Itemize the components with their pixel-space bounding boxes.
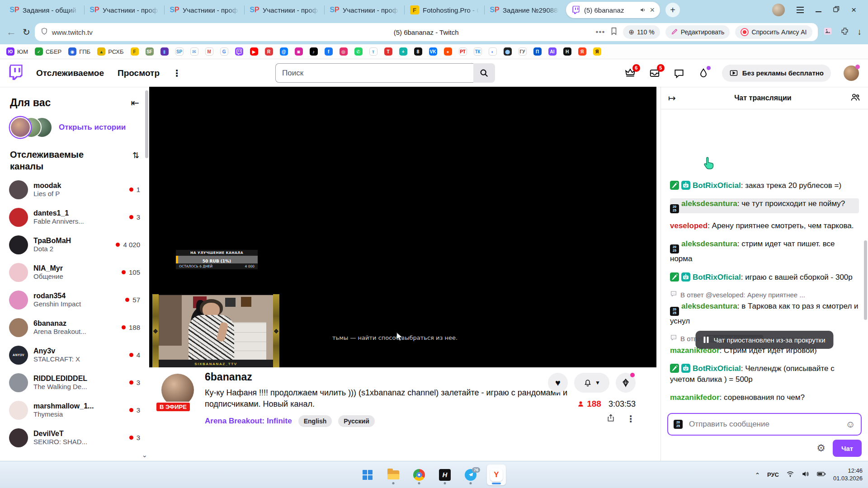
bookmark-item[interactable]: M [205,47,213,56]
bookmark-item[interactable]: VK [429,47,437,56]
bookmark-item[interactable]: f [325,47,333,56]
address-bar[interactable]: www.twitch.tv (5) 6bananaz - Twitch ••• … [35,23,818,41]
browser-tab-active[interactable]: (5) 6bananaz× [566,2,660,18]
ad-free-button[interactable]: Без рекламы бесплатно [722,65,831,82]
bookmark-item[interactable]: ⬤ [504,47,512,56]
search-button[interactable] [473,63,495,83]
whispers-icon[interactable] [673,67,685,79]
browser-tab[interactable]: SPУчастники - проф [325,0,404,20]
bookmark-item[interactable]: РТ [459,47,467,56]
category-link[interactable]: Arena Breakout: Infinite [205,417,292,426]
chat-scrollbar[interactable] [864,240,867,320]
bookmark-item[interactable] [235,47,243,56]
more-options-icon[interactable]: ••• [596,28,605,37]
twitch-logo[interactable] [9,65,23,82]
sidebar-scroll-down-icon[interactable]: ⌄ [142,451,147,459]
sidebar-channel-row[interactable]: 6bananazArena Breakout...188 [0,314,149,341]
tab-audio-icon[interactable] [640,7,646,13]
bookmark-item[interactable]: SP [175,47,184,56]
bookmark-item[interactable]: ◎ [340,47,348,56]
bookmark-item[interactable]: + [399,47,407,56]
emote-smiley-icon[interactable]: ☺ [846,419,855,430]
window-maximize-button[interactable] [833,6,840,14]
sidebar-channel-row[interactable]: marshmallow_1...Thymesia3 [0,396,149,424]
bookmark-item[interactable]: ▮ [160,47,169,56]
bookmark-item[interactable]: ✓СБЕР [35,47,61,56]
bookmark-item[interactable]: ◐ [489,47,497,56]
browser-tab[interactable]: SPЗадания - общий с [5,0,84,20]
bookmark-item[interactable]: T [384,47,392,56]
screenshot-icon[interactable] [823,27,832,38]
chat-settings-gear-icon[interactable]: ⚙ [816,442,826,454]
chat-send-button[interactable]: Чат [833,440,862,457]
bookmark-item[interactable]: ♪ [310,47,318,56]
follow-heart-button[interactable]: ♥ [548,373,568,393]
chat-users-icon[interactable] [850,92,861,104]
browser-menu-icon[interactable] [797,7,804,13]
collapse-chat-icon[interactable]: ↦ [668,93,676,103]
chat-username[interactable]: aleksdesantura [681,302,737,310]
browser-tab[interactable]: SPЗадание №290886 [485,0,564,20]
header-more-icon[interactable]: ⋮ [172,68,181,79]
chat-username[interactable]: aleksdesantura [681,239,737,248]
notifications-drop-icon[interactable] [698,67,709,79]
reload-button[interactable]: ↻ [23,27,30,38]
share-icon[interactable] [606,413,615,424]
nav-browse[interactable]: Просмотр [118,68,160,78]
taskbar-chrome[interactable] [410,465,429,485]
bookmark-item[interactable]: Я [578,47,586,56]
chat-username[interactable]: BotRixOficial [693,364,741,373]
tray-battery-icon[interactable] [817,471,826,479]
chat-input-box[interactable]: 2025 ☺ [667,413,862,436]
taskbar-start-button[interactable] [358,465,377,485]
taskbar-explorer[interactable] [384,465,403,485]
chat-username[interactable]: mazanikfedor [670,393,720,402]
bookmark-item[interactable]: ▲РСХБ [97,47,123,56]
sort-icon[interactable]: ⇅ [132,150,139,172]
bookmark-flag-icon[interactable] [610,27,618,37]
collapse-sidebar-icon[interactable]: ⇤ [131,97,139,109]
bookmark-item[interactable]: ◙ [295,47,303,56]
sidebar-channel-row[interactable]: NIA_MyrОбщение105 [0,258,149,286]
tray-hidden-icons[interactable]: ⌃ [755,472,760,479]
shield-icon[interactable] [40,27,48,37]
tab-close-icon[interactable]: × [650,5,655,15]
bookmark-item[interactable]: П [533,47,542,56]
browser-profile-avatar[interactable] [772,4,785,16]
tray-language[interactable]: РУС [767,471,779,478]
downloads-icon[interactable]: ↓ [858,27,862,37]
tray-wifi-icon[interactable] [786,470,794,479]
twitch-user-avatar[interactable] [844,66,859,81]
bookmark-item[interactable]: AI [548,47,557,56]
sidebar-channel-row[interactable]: DevilVeTSEKIRO: SHAD...3 [0,424,149,451]
inbox-icon[interactable]: 5 [649,67,660,79]
alice-chip[interactable]: Спросить Алису AI [735,25,812,39]
browser-tab[interactable]: FFotohosting.Pro - С [405,0,484,20]
bookmark-item[interactable]: Н [563,47,571,56]
tray-clock[interactable]: 12:46 01.03.2026 [833,467,863,483]
chat-paused-pill[interactable]: Чат приостановлен из-за прокрутки [695,331,833,349]
bookmark-item[interactable]: 8 [414,47,422,56]
window-close-button[interactable]: × [851,5,856,15]
bookmark-item[interactable]: SF [146,47,154,56]
tag-russian[interactable]: Русский [338,415,375,427]
bookmark-item[interactable]: F [131,47,139,56]
bookmark-item[interactable]: G [220,47,228,56]
bookmark-item[interactable]: Я [593,47,601,56]
zoom-chip[interactable]: ⊕110 % [623,25,660,39]
new-tab-button[interactable]: + [665,3,680,17]
open-stories-link[interactable]: Открыть истории [59,123,126,132]
bookmark-item[interactable]: ▶ [250,47,258,56]
stories-row[interactable]: Открыть истории [10,116,139,139]
sidebar-channel-row[interactable]: RIDDLEDIDDELThe Walking De...3 [0,369,149,396]
sidebar-channel-row[interactable]: rodan354Genshin Impact57 [0,286,149,314]
bookmark-item[interactable]: R [265,47,273,56]
chat-input[interactable] [689,420,842,429]
sidebar-scrollbar[interactable] [145,90,148,158]
extensions-puzzle-icon[interactable] [840,27,849,38]
channel-name[interactable]: 6bananaz [205,371,576,383]
chat-username[interactable]: aleksdesantura [681,199,737,208]
crown-icon[interactable]: 6 [624,67,636,79]
bookmark-item[interactable]: ✆ [354,47,363,56]
bookmark-item[interactable]: ТК [474,47,482,56]
